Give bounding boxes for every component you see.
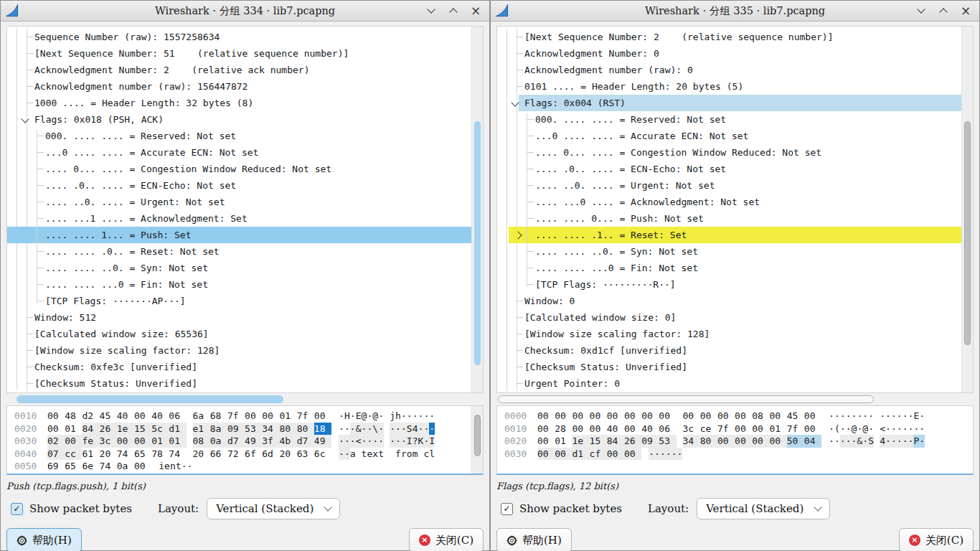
- ascii-char[interactable]: ·: [852, 410, 857, 423]
- hex-byte[interactable]: 00: [572, 423, 589, 435]
- hex-byte[interactable]: 34: [262, 423, 279, 435]
- ascii-char[interactable]: ·: [897, 410, 903, 423]
- tree-row[interactable]: Checksum: 0xd1cf [unverified]: [497, 342, 961, 359]
- layout-select[interactable]: Vertical (Stacked): [207, 498, 340, 519]
- ascii-char[interactable]: ·: [339, 448, 344, 461]
- ascii-char[interactable]: ·: [378, 410, 384, 423]
- ascii-char[interactable]: ·: [339, 410, 344, 423]
- ascii-char[interactable]: ·: [187, 460, 193, 473]
- ascii-char[interactable]: i: [159, 460, 164, 473]
- ascii-char[interactable]: E: [913, 410, 919, 423]
- hex-byte[interactable]: 40: [151, 410, 169, 423]
- ascii-char[interactable]: ·: [372, 435, 378, 448]
- hex-byte[interactable]: 7f: [787, 423, 804, 435]
- hex-byte[interactable]: 00: [735, 410, 752, 423]
- ascii-char[interactable]: @: [362, 410, 367, 423]
- hex-byte[interactable]: 45: [100, 410, 117, 423]
- hex-row[interactable]: 001000280000400040063cce7f0000017f00·(··…: [497, 423, 973, 435]
- hex-byte[interactable]: 18: [314, 423, 331, 435]
- close-dialog-button[interactable]: × 关闭(C): [409, 528, 484, 551]
- tree-row[interactable]: .... .... ...0 = Fin: Not set: [497, 260, 961, 276]
- hex-byte[interactable]: 1e: [572, 435, 589, 448]
- ascii-char[interactable]: <: [356, 435, 362, 448]
- hex-byte[interactable]: 06: [169, 410, 186, 423]
- ascii-char[interactable]: ·: [407, 410, 413, 423]
- ascii-char[interactable]: ·: [903, 423, 908, 435]
- hex-byte[interactable]: 53: [245, 423, 262, 435]
- hex-byte[interactable]: 00: [245, 410, 262, 423]
- hex-byte[interactable]: cf: [590, 448, 607, 461]
- tree-row[interactable]: .... .... 0... = Push: Not set: [497, 210, 961, 227]
- ascii-char[interactable]: ·: [919, 423, 925, 435]
- tree-row[interactable]: .... .0.. .... = ECN-Echo: Not set: [497, 161, 961, 177]
- hex-byte[interactable]: 00: [752, 435, 769, 448]
- ascii-char[interactable]: ·: [401, 410, 407, 423]
- ascii-char[interactable]: ·: [350, 435, 356, 448]
- hex-byte[interactable]: 00: [537, 435, 555, 448]
- ascii-char[interactable]: h: [395, 410, 401, 423]
- hex-byte[interactable]: 00: [572, 410, 589, 423]
- ascii-char[interactable]: ·: [672, 448, 677, 461]
- hex-byte[interactable]: 00: [65, 435, 82, 448]
- show-packet-bytes-label[interactable]: Show packet bytes: [29, 502, 132, 515]
- hex-byte[interactable]: 09: [227, 423, 245, 435]
- ascii-char[interactable]: [390, 448, 395, 461]
- tree-vertical-scrollbar[interactable]: [471, 27, 483, 392]
- hex-row[interactable]: 004007cc6120746578742066726f6d20636c··a …: [7, 448, 483, 461]
- hex-byte[interactable]: 00: [134, 410, 151, 423]
- ascii-char[interactable]: ·: [660, 448, 666, 461]
- hex-byte[interactable]: 80: [700, 435, 717, 448]
- ascii-char[interactable]: ·: [846, 410, 852, 423]
- hex-byte[interactable]: 00: [262, 410, 279, 423]
- ascii-char[interactable]: ·: [666, 448, 672, 461]
- tree-row[interactable]: .... .0.. .... = ECN-Echo: Not set: [7, 177, 471, 194]
- ascii-char[interactable]: ·: [829, 410, 834, 423]
- tree-row[interactable]: [Window size scaling factor: 128]: [7, 342, 471, 359]
- tree-row[interactable]: .... .... 1... = Push: Set: [7, 227, 471, 243]
- tree-row[interactable]: .... 0... .... = Congestion Window Reduc…: [7, 161, 471, 177]
- hex-byte[interactable]: d1: [169, 423, 186, 435]
- ascii-char[interactable]: ·: [350, 410, 356, 423]
- ascii-char[interactable]: @: [372, 410, 378, 423]
- hex-byte[interactable]: 7f: [297, 410, 314, 423]
- tree-row[interactable]: .... .... ..0. = Syn: Not set: [497, 243, 961, 260]
- tree-row[interactable]: Flags: 0x004 (RST): [497, 95, 961, 111]
- hex-byte[interactable]: 26: [624, 435, 641, 448]
- ascii-char[interactable]: ·: [834, 435, 840, 448]
- ascii-char[interactable]: ·: [677, 448, 683, 461]
- tree-row[interactable]: Acknowledgment Number: 0: [497, 45, 961, 62]
- show-packet-bytes-checkbox[interactable]: ✓: [501, 503, 513, 515]
- tree-row[interactable]: .... ..0. .... = Urgent: Not set: [497, 177, 961, 194]
- ascii-char[interactable]: a: [350, 448, 356, 461]
- hex-byte[interactable]: 74: [169, 448, 186, 461]
- hex-byte[interactable]: d7: [297, 435, 314, 448]
- hex-byte[interactable]: 3c: [683, 423, 700, 435]
- ascii-char[interactable]: m: [413, 448, 418, 461]
- titlebar[interactable]: Wireshark · 分组 335 · lib7.pcapng ×: [491, 1, 979, 22]
- hex-byte[interactable]: 00: [607, 448, 624, 461]
- ascii-char[interactable]: ·: [429, 423, 435, 435]
- hex-row[interactable]: 000000000000000000000000000008004500····…: [497, 410, 973, 423]
- ascii-char[interactable]: ·: [908, 423, 914, 435]
- ascii-char[interactable]: ?: [413, 435, 418, 448]
- hex-byte[interactable]: 01: [769, 423, 786, 435]
- tree-row[interactable]: .... ..0. .... = Urgent: Not set: [7, 194, 471, 210]
- hex-byte[interactable]: 00: [47, 423, 65, 435]
- ascii-char[interactable]: ·: [857, 410, 862, 423]
- hex-byte[interactable]: 1e: [117, 423, 134, 435]
- tree-row[interactable]: .... .... ..0. = Syn: Not set: [7, 260, 471, 276]
- hex-byte[interactable]: 84: [82, 423, 99, 435]
- ascii-char[interactable]: ·: [418, 410, 424, 423]
- hex-byte[interactable]: 80: [279, 423, 296, 435]
- ascii-char[interactable]: ·: [885, 423, 891, 435]
- tree-vertical-scrollbar[interactable]: [961, 27, 973, 392]
- tree-row[interactable]: 000. .... .... = Reserved: Not set: [7, 128, 471, 144]
- ascii-char[interactable]: ·: [903, 435, 908, 448]
- hex-byte[interactable]: 69: [47, 460, 65, 473]
- hex-byte[interactable]: 72: [227, 448, 245, 461]
- ascii-char[interactable]: ·: [362, 423, 367, 435]
- packet-detail-tree[interactable]: [Next Sequence Number: 2 (relative seque…: [496, 26, 974, 393]
- tree-row[interactable]: 000. .... .... = Reserved: Not set: [497, 111, 961, 128]
- hex-byte[interactable]: 49: [314, 435, 331, 448]
- ascii-char[interactable]: ·: [885, 410, 891, 423]
